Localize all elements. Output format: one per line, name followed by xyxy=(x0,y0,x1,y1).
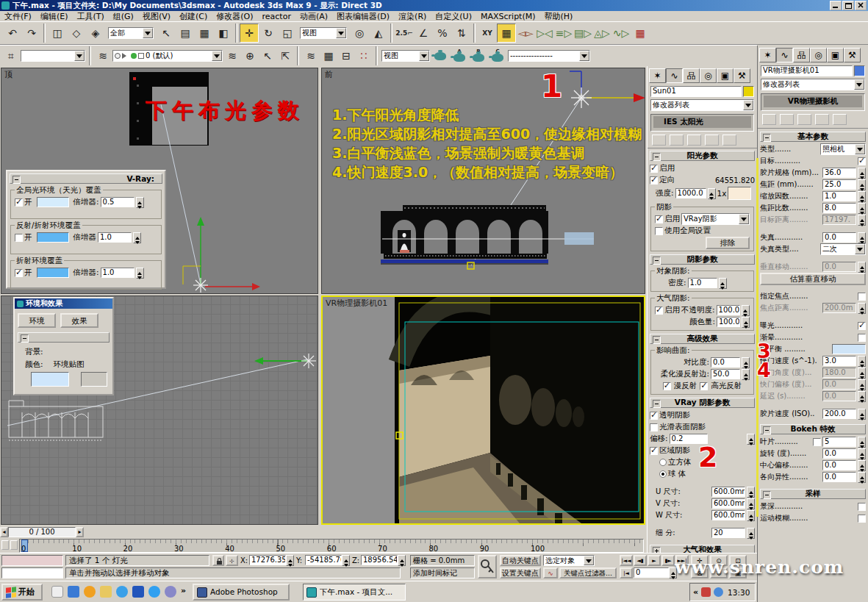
next-frame-icon[interactable] xyxy=(661,555,675,566)
contrast-field[interactable]: 0.0 xyxy=(711,357,740,368)
dropdown-arrow-icon[interactable] xyxy=(212,51,222,61)
viewport-front[interactable]: 前 xyxy=(321,68,645,294)
curve-editor-icon[interactable]: ∿▷ xyxy=(611,24,631,43)
quicklaunch-word-icon[interactable] xyxy=(132,586,144,598)
rollout-basic-parameters[interactable]: 基本参数 xyxy=(760,132,866,142)
maxscript-mini-listener-pink[interactable] xyxy=(1,555,63,566)
menu-modifiers[interactable]: 修改器(O) xyxy=(212,10,257,23)
menu-animation[interactable]: 动画(A) xyxy=(295,10,332,23)
spinner[interactable] xyxy=(858,379,866,390)
close-button[interactable] xyxy=(855,1,867,10)
value-field[interactable]: 0.0 xyxy=(822,460,856,470)
wsize-field[interactable]: 600.0mm xyxy=(711,510,745,520)
remove-modifier-icon[interactable] xyxy=(705,135,719,146)
menu-reactor[interactable]: reactor xyxy=(258,11,295,22)
tab-create-icon[interactable]: ✶ xyxy=(759,48,776,62)
schematic-view-open-icon[interactable]: ⊟ xyxy=(338,48,354,64)
reflection-on-checkbox[interactable] xyxy=(15,234,23,242)
tab-environment[interactable]: 环境 xyxy=(18,313,56,328)
render-preset-b-icon[interactable]: B xyxy=(470,48,487,64)
shadow-enabled-checkbox[interactable] xyxy=(655,215,663,223)
snap-toggle-25-icon[interactable]: 2.5⌐ xyxy=(395,24,414,43)
trackbar-filter-icon[interactable] xyxy=(10,540,18,550)
viewport-front-label[interactable]: 前 xyxy=(325,69,333,80)
play-animation-icon[interactable] xyxy=(648,555,661,566)
select-and-rotate-icon[interactable]: ↻ xyxy=(259,24,278,43)
manage-layers-icon[interactable]: ≋ xyxy=(303,48,319,64)
time-slider-frame[interactable]: 0 / 100 xyxy=(8,527,76,537)
spinner[interactable] xyxy=(747,510,755,521)
background-color-swatch[interactable] xyxy=(31,372,69,387)
tab-modify-icon[interactable]: ∿ xyxy=(666,68,683,83)
sphere-radio[interactable] xyxy=(659,470,667,478)
key-mode-toggle-icon[interactable] xyxy=(620,567,633,578)
viewport-top-label[interactable]: 顶 xyxy=(4,69,12,80)
filter-color-swatch[interactable] xyxy=(728,187,751,200)
quicklaunch-mediaplayer-icon[interactable] xyxy=(116,586,128,598)
color-amount-field[interactable]: 100.0 xyxy=(717,317,740,327)
track-bar[interactable]: 0102030405060708090100 xyxy=(19,539,644,553)
value-field[interactable]: 36.0 xyxy=(822,168,856,178)
vray-rollout-header[interactable]: V-Ray: xyxy=(10,173,162,184)
quicklaunch-paint-icon[interactable] xyxy=(51,586,63,598)
quicklaunch-ie-icon[interactable] xyxy=(148,586,160,598)
value-field[interactable]: 200.0 xyxy=(822,409,856,419)
rectangular-region-icon[interactable]: ▦ xyxy=(195,24,214,43)
exclude-button[interactable]: 排除 xyxy=(706,237,750,249)
dropdown-arrow-icon[interactable] xyxy=(855,144,865,154)
spinner[interactable] xyxy=(858,262,866,273)
dropdown-arrow-icon[interactable] xyxy=(74,51,85,61)
shadow-type-dropdown[interactable]: VRay阴影 xyxy=(681,213,750,225)
previous-frame-icon[interactable] xyxy=(634,555,647,566)
layer-dropdown[interactable]: 0 (默认) xyxy=(112,50,223,62)
tab-hierarchy-icon[interactable]: 品 xyxy=(683,68,700,83)
gi-on-checkbox[interactable] xyxy=(15,198,23,207)
use-global-settings-checkbox[interactable] xyxy=(655,227,663,235)
menu-customize[interactable]: 自定义(U) xyxy=(431,10,476,23)
spinner[interactable] xyxy=(858,437,866,448)
menu-tools[interactable]: 工具(T) xyxy=(72,10,108,23)
value-field[interactable]: 25.0 xyxy=(822,179,856,190)
stack-item[interactable]: IES 太阳光 xyxy=(653,116,751,128)
rollout-sun-parameters[interactable]: 阳光参数 xyxy=(650,151,755,161)
window-crossing-icon[interactable]: ◧ xyxy=(214,24,233,43)
key-mode-curve-icon[interactable]: ∿ xyxy=(543,567,558,578)
spinner[interactable] xyxy=(747,434,755,445)
select-object-icon[interactable]: ↖ xyxy=(157,24,176,43)
edit-named-selection-icon[interactable]: ◅▻ xyxy=(516,24,535,43)
menu-group[interactable]: 组(G) xyxy=(109,10,138,23)
value-field[interactable]: 8.0 xyxy=(822,203,856,213)
absolute-offset-toggle-icon[interactable]: ⊹ xyxy=(226,555,238,566)
select-layer-icon[interactable]: ↖ xyxy=(259,48,276,64)
trackbar-mode-icon[interactable] xyxy=(1,540,9,550)
quicklaunch-folder-icon[interactable] xyxy=(100,586,112,598)
spinner[interactable] xyxy=(858,409,866,420)
undo-icon[interactable]: ↶ xyxy=(3,24,22,43)
goto-layer-icon[interactable]: ⇱ xyxy=(277,48,293,64)
checkbox[interactable] xyxy=(858,515,866,523)
x-coordinate-field[interactable]: 17276.357 xyxy=(249,555,286,565)
value-field[interactable]: 200.0m xyxy=(822,303,856,313)
atmosphere-enabled-checkbox[interactable] xyxy=(655,307,663,315)
subdivs-field[interactable]: 20 xyxy=(711,528,745,538)
named-selection-dropdown[interactable] xyxy=(21,50,85,62)
z-coordinate-field[interactable]: 18956.547 xyxy=(361,555,398,565)
keyboard-override-icon[interactable]: XY xyxy=(478,24,497,43)
value-field[interactable]: 3.0 xyxy=(822,356,856,366)
gi-mult-field[interactable]: 0.5 xyxy=(101,197,134,207)
tab-modify-icon[interactable]: ∿ xyxy=(776,48,793,62)
render-preset-c-icon[interactable]: C xyxy=(489,48,506,64)
refraction-mult-field[interactable]: 1.0 xyxy=(101,268,134,278)
rollout-button[interactable]: 估算垂直移动 xyxy=(760,273,866,285)
task-photoshop[interactable]: Adobe Photoshop xyxy=(193,584,290,601)
show-end-result-icon[interactable] xyxy=(670,135,684,146)
maxscript-mini-listener-white[interactable] xyxy=(1,567,63,578)
selection-lock-icon[interactable] xyxy=(212,555,224,566)
render-preset-dropdown[interactable]: 视图 xyxy=(381,50,430,62)
tab-display-icon[interactable]: ▣ xyxy=(717,68,734,83)
menu-maxscript[interactable]: MAXScript(M) xyxy=(476,11,540,22)
spinner[interactable] xyxy=(286,555,294,566)
task-3dsmax[interactable]: 下午.max - 项目文... xyxy=(303,584,406,601)
refraction-on-checkbox[interactable] xyxy=(15,269,23,277)
align-icon[interactable]: ≡▷ xyxy=(554,24,573,43)
